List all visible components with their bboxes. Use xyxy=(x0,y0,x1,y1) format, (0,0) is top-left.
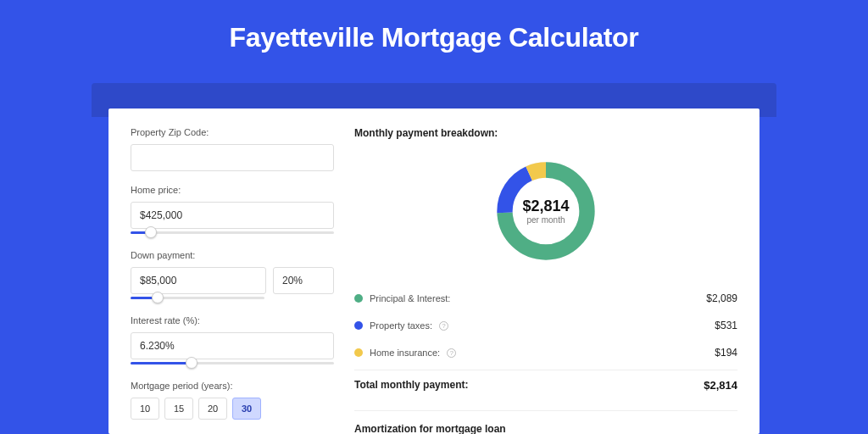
donut-amount: $2,814 xyxy=(522,198,569,215)
interest-slider[interactable] xyxy=(131,359,334,367)
home-price-input[interactable] xyxy=(131,202,334,229)
form-column: Property Zip Code: Home price: Down paym… xyxy=(131,127,334,415)
down-payment-slider[interactable] xyxy=(131,293,264,302)
total-value: $2,814 xyxy=(704,379,737,392)
slider-thumb[interactable] xyxy=(152,292,164,303)
legend-value: $194 xyxy=(715,347,737,359)
home-price-slider[interactable] xyxy=(131,228,334,236)
legend-dot-icon xyxy=(354,294,363,303)
zip-input[interactable] xyxy=(131,144,334,171)
donut-center: $2,814 per month xyxy=(522,198,569,225)
info-icon[interactable]: ? xyxy=(439,321,448,331)
period-button-15[interactable]: 15 xyxy=(164,398,193,420)
legend-dot-icon xyxy=(354,348,363,357)
slider-fill xyxy=(131,362,192,364)
legend-row: Home insurance:?$194 xyxy=(354,339,737,366)
page-title: Fayetteville Mortgage Calculator xyxy=(0,0,868,69)
period-button-10[interactable]: 10 xyxy=(131,398,159,420)
slider-track xyxy=(131,231,334,234)
period-button-30[interactable]: 30 xyxy=(232,398,261,420)
interest-input[interactable] xyxy=(131,332,334,359)
zip-label: Property Zip Code: xyxy=(131,127,334,137)
legend-dot-icon xyxy=(354,321,363,330)
breakdown-column: Monthly payment breakdown: $2,814 per mo… xyxy=(354,127,737,415)
donut-sub: per month xyxy=(522,215,569,225)
period-button-20[interactable]: 20 xyxy=(198,398,227,420)
total-row: Total monthly payment: $2,814 xyxy=(354,370,737,400)
breakdown-title: Monthly payment breakdown: xyxy=(354,127,737,139)
legend-value: $531 xyxy=(715,320,737,331)
home-price-label: Home price: xyxy=(131,185,334,195)
down-payment-input[interactable] xyxy=(131,267,266,294)
info-icon[interactable]: ? xyxy=(447,348,456,358)
total-label: Total monthly payment: xyxy=(354,379,468,392)
legend-label: Property taxes: xyxy=(370,320,432,331)
interest-label: Interest rate (%): xyxy=(131,315,334,326)
legend-label: Home insurance: xyxy=(370,348,440,358)
down-payment-pct-input[interactable] xyxy=(273,267,334,294)
calculator-card: Property Zip Code: Home price: Down paym… xyxy=(108,108,760,434)
legend-label: Principal & Interest: xyxy=(370,293,450,303)
period-label: Mortgage period (years): xyxy=(131,381,334,391)
slider-thumb[interactable] xyxy=(186,357,198,369)
legend-value: $2,089 xyxy=(706,292,737,304)
donut-chart: $2,814 per month xyxy=(354,147,737,275)
legend-row: Principal & Interest:$2,089 xyxy=(354,285,737,312)
amortization-title: Amortization for mortgage loan xyxy=(354,423,737,434)
legend-list: Principal & Interest:$2,089Property taxe… xyxy=(354,285,737,366)
down-payment-label: Down payment: xyxy=(131,250,334,260)
slider-thumb[interactable] xyxy=(145,226,157,238)
amortization-section: Amortization for mortgage loan Amortizat… xyxy=(354,410,737,434)
period-button-group: 10152030 xyxy=(131,398,334,420)
legend-row: Property taxes:?$531 xyxy=(354,312,737,339)
